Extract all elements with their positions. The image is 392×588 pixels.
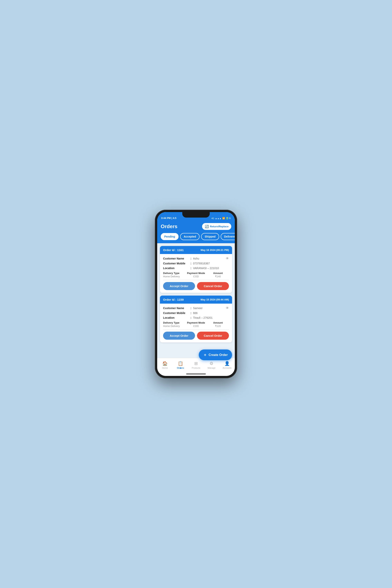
location-row-1161: Location : VARANASI – 221010 (163, 266, 229, 270)
payment-mode-value-1161: COD (185, 275, 207, 278)
payment-mode-header: Payment Mode (185, 272, 207, 274)
orders-icon: 📋 (178, 361, 183, 366)
accept-order-button-1161[interactable]: Accept Order (163, 282, 195, 290)
eye-icon-1161[interactable]: 👁 (226, 257, 229, 260)
home-indicator (157, 372, 235, 376)
page-title: Orders (161, 224, 178, 230)
order-body-1159: Customer Name : Sameer 👁 Customer Mobile… (160, 304, 232, 342)
order-id-1159: Order Id : 1159 (163, 298, 184, 301)
header: Orders 🔄 Return/Replace (157, 221, 235, 233)
customer-name-row-1159: Customer Name : Sameer 👁 (163, 306, 229, 310)
order-card-1159: Order Id : 1159 May 15 2024 (09:44 AM) C… (160, 296, 232, 342)
order-header-1161: Order Id : 1161 May 16 2024 (06:21 PM) (160, 246, 232, 254)
amount-header-1159: Amount (207, 321, 229, 324)
home-icon: 🏠 (162, 361, 168, 366)
location-label-1161: Location (163, 266, 190, 270)
network-icon: 4G (211, 217, 214, 220)
return-btn-label: Return/Replace (210, 225, 228, 228)
customer-name-value-1159: Sameer (193, 306, 226, 310)
nav-label-manage: Manage (208, 367, 216, 369)
customer-name-label-1159: Customer Name (163, 306, 190, 310)
battery-icon: 🔋31 (226, 217, 231, 220)
order-details-1159: Delivery Type Home Delivery Payment Mode… (163, 321, 229, 328)
order-card-1161: Order Id : 1161 May 16 2024 (06:21 PM) C… (160, 246, 232, 293)
wifi-icon: 📶 (222, 217, 225, 220)
create-order-fab[interactable]: ＋ Create Order (199, 350, 232, 360)
return-replace-button[interactable]: 🔄 Return/Replace (202, 223, 231, 230)
order-body-1161: Customer Name : Ashu 👁 Customer Mobile :… (160, 254, 232, 293)
phone-screen: 3:44 PM | 4.5 4G ▲▲▲ 📶 🔋31 Orders 🔄 Retu… (157, 212, 235, 376)
status-icons: 4G ▲▲▲ 📶 🔋31 (211, 217, 231, 220)
eye-icon-1159[interactable]: 👁 (226, 306, 229, 310)
delivery-type-col-1159: Delivery Type Home Delivery (163, 321, 185, 328)
location-label-1159: Location (163, 316, 190, 319)
payment-mode-header-1159: Payment Mode (185, 321, 207, 324)
nav-item-home[interactable]: 🏠 Home (157, 360, 173, 371)
amount-col-1159: Amount ₹120 (207, 321, 229, 328)
order-details-1161: Delivery Type Home Delivery Payment Mode… (163, 272, 229, 278)
delivery-type-value-1161: Home Delivery (163, 275, 185, 278)
nav-item-accounts[interactable]: 👤 Accounts (219, 360, 235, 371)
fab-label: Create Order (208, 353, 228, 357)
bottom-spacer (160, 345, 232, 347)
signal-icon: ▲▲▲ (215, 217, 222, 220)
customer-mobile-label: Customer Mobile (163, 262, 190, 265)
customer-mobile-row-1159: Customer Mobile : 666 (163, 312, 229, 314)
accounts-icon: 👤 (224, 361, 230, 366)
notch (182, 212, 210, 218)
cancel-order-button-1159[interactable]: Cancel Order (197, 332, 229, 340)
phone-frame: 3:44 PM | 4.5 4G ▲▲▲ 📶 🔋31 Orders 🔄 Retu… (155, 210, 237, 378)
delivery-type-col-1161: Delivery Type Home Delivery (163, 272, 185, 278)
location-value-1159: Tirauli – 276201 (193, 316, 229, 319)
order-date-1161: May 16 2024 (06:21 PM) (200, 248, 229, 252)
order-id-1161: Order Id : 1161 (163, 248, 184, 252)
cancel-order-button-1161[interactable]: Cancel Order (197, 282, 229, 290)
nav-label-products: Products (192, 367, 200, 369)
order-header-1159: Order Id : 1159 May 15 2024 (09:44 AM) (160, 296, 232, 304)
accept-order-button-1159[interactable]: Accept Order (163, 332, 195, 340)
delivery-type-header-1159: Delivery Type (163, 321, 185, 324)
nav-label-accounts: Accounts (223, 367, 232, 369)
tab-pending[interactable]: Pending (161, 233, 178, 240)
amount-header: Amount (207, 272, 229, 274)
divider-1159 (163, 330, 229, 330)
payment-mode-col-1159: Payment Mode COD (185, 321, 207, 328)
delivery-type-value-1159: Home Delivery (163, 324, 185, 328)
nav-item-manage[interactable]: ⚙ Manage (204, 360, 219, 371)
customer-name-row-1161: Customer Name : Ashu 👁 (163, 257, 229, 260)
customer-mobile-value-1161: 07376916367 (193, 262, 229, 265)
action-buttons-1159: Accept Order Cancel Order (163, 332, 229, 340)
delivery-type-header: Delivery Type (163, 272, 185, 274)
customer-name-label: Customer Name (163, 257, 190, 260)
status-time: 3:44 PM | 4.5 (161, 216, 176, 220)
customer-name-value-1161: Ashu (193, 257, 226, 260)
amount-col-1161: Amount ₹140 (207, 272, 229, 278)
tab-delivered[interactable]: Delivered (221, 233, 235, 240)
nav-item-orders[interactable]: 📋 Orders (173, 360, 188, 371)
location-value-1161: VARANASI – 221010 (193, 266, 229, 270)
amount-value-1159: ₹120 (207, 324, 229, 328)
return-icon: 🔄 (205, 224, 209, 228)
nav-label-home: Home (162, 367, 168, 369)
home-bar (186, 374, 206, 374)
payment-mode-col-1161: Payment Mode COD (185, 272, 207, 278)
payment-mode-value-1159: COD (185, 324, 207, 328)
orders-list: Order Id : 1161 May 16 2024 (06:21 PM) C… (157, 243, 235, 358)
nav-item-products[interactable]: ⊞ Products (188, 360, 204, 371)
order-date-1159: May 15 2024 (09:44 AM) (200, 298, 229, 301)
location-row-1159: Location : Tirauli – 276201 (163, 316, 229, 319)
action-buttons-1161: Accept Order Cancel Order (163, 282, 229, 290)
customer-mobile-value-1159: 666 (193, 312, 229, 314)
amount-value-1161: ₹140 (207, 275, 229, 278)
tab-shipped[interactable]: Shipped (201, 233, 219, 240)
customer-mobile-row-1161: Customer Mobile : 07376916367 (163, 262, 229, 265)
fab-plus-icon: ＋ (203, 352, 207, 358)
customer-mobile-label-1159: Customer Mobile (163, 312, 190, 314)
fab-container: ＋ Create Order (199, 350, 232, 360)
products-icon: ⊞ (194, 361, 198, 366)
nav-active-dot (180, 368, 181, 369)
tab-accepted[interactable]: Accepted (180, 233, 200, 240)
manage-icon: ⚙ (210, 361, 214, 366)
order-tabs: Pending Accepted Shipped Delivered (157, 233, 235, 243)
